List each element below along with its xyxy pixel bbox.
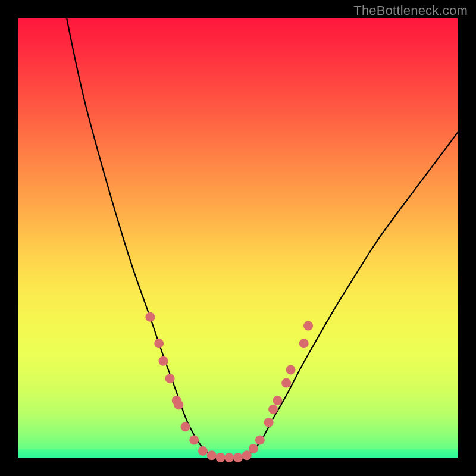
data-marker	[233, 453, 243, 462]
data-marker	[299, 339, 309, 348]
data-marker	[189, 435, 199, 444]
data-marker	[174, 400, 183, 409]
data-marker	[286, 365, 296, 374]
data-marker	[224, 453, 234, 462]
data-marker	[159, 356, 168, 366]
data-marker	[268, 405, 278, 414]
data-marker	[281, 378, 291, 388]
markers-group	[145, 312, 313, 462]
data-marker	[249, 444, 258, 453]
left-curve	[67, 18, 238, 458]
data-marker	[303, 321, 313, 331]
data-marker	[273, 396, 282, 405]
data-marker	[255, 435, 265, 444]
data-marker	[145, 312, 155, 322]
data-marker	[215, 453, 225, 462]
data-marker	[165, 374, 175, 383]
data-marker	[154, 339, 164, 348]
data-marker	[198, 446, 208, 456]
data-marker	[180, 422, 190, 431]
watermark-text: TheBottleneck.com	[353, 3, 468, 18]
data-marker	[264, 418, 274, 427]
data-marker	[207, 450, 217, 460]
chart-plot-area	[18, 18, 458, 458]
chart-svg	[18, 18, 458, 458]
